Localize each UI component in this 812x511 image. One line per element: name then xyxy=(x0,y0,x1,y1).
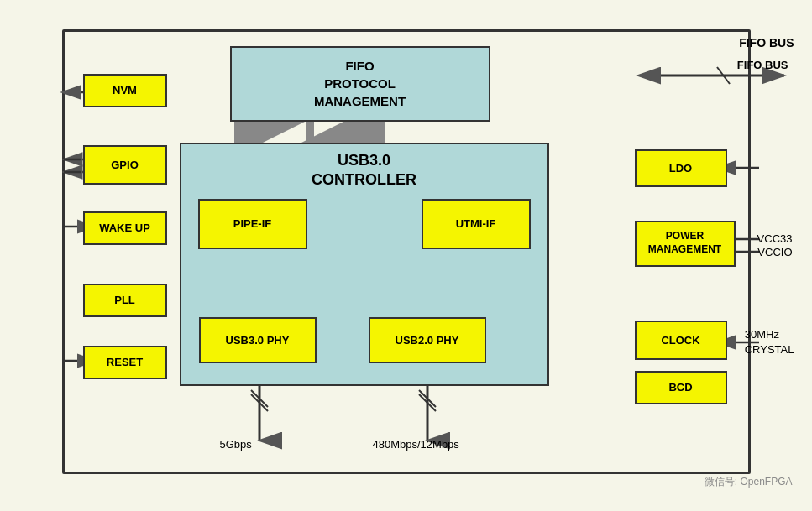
pll-label: PLL xyxy=(114,294,135,306)
usb3-phy-label: USB3.0 PHY xyxy=(226,334,290,347)
diagram-wrapper: FIFO BUS xyxy=(12,13,801,499)
clock-label: CLOCK xyxy=(661,334,699,347)
fifo-protocol-label: FIFOPROTOCOLMANAGEMENT xyxy=(314,57,406,110)
bcd-label: BCD xyxy=(668,381,692,394)
nvm-box: NVM xyxy=(83,74,167,107)
usb3-phy-box: USB3.0 PHY xyxy=(199,317,317,363)
utmi-if-label: UTMI-IF xyxy=(456,217,496,230)
clock-box: CLOCK xyxy=(635,321,727,360)
power-management-label: POWERMANAGEMENT xyxy=(648,230,721,256)
watermark-label: 微信号: OpenFPGA xyxy=(705,475,793,489)
gpio-label: GPIO xyxy=(111,159,139,171)
speed-5g-label: 5Gbps xyxy=(220,438,252,451)
wake-up-box: WAKE UP xyxy=(83,211,167,245)
ldo-label: LDO xyxy=(669,162,692,175)
ldo-box: LDO xyxy=(635,149,727,187)
pll-box: PLL xyxy=(83,284,167,317)
vccio-label: VCCIO xyxy=(757,246,792,258)
crystal-label: 30MHzCRYSTAL xyxy=(745,327,794,357)
fifo-bus-label: FIFO BUS xyxy=(739,36,794,50)
pipe-if-box: PIPE-IF xyxy=(198,199,307,249)
wake-up-label: WAKE UP xyxy=(99,222,150,234)
utmi-if-box: UTMI-IF xyxy=(422,199,531,249)
reset-label: RESET xyxy=(107,356,143,368)
pipe-if-label: PIPE-IF xyxy=(233,217,272,230)
power-management-box: POWERMANAGEMENT xyxy=(635,221,736,267)
fifo-bus-right-label: FIFO BUS xyxy=(737,59,788,71)
nvm-label: NVM xyxy=(113,84,137,96)
vcc33-label: VCC33 xyxy=(757,232,793,245)
gpio-box: GPIO xyxy=(83,145,167,185)
usb2-phy-label: USB2.0 PHY xyxy=(396,334,459,347)
fifo-protocol-box: FIFOPROTOCOLMANAGEMENT xyxy=(230,46,490,122)
bcd-box: BCD xyxy=(635,371,727,404)
speed-480-label: 480Mbps/12Mbps xyxy=(373,438,459,451)
usb2-phy-box: USB2.0 PHY xyxy=(369,317,486,363)
controller-label: USB3.0CONTROLLER xyxy=(280,151,448,190)
reset-box: RESET xyxy=(83,346,167,379)
